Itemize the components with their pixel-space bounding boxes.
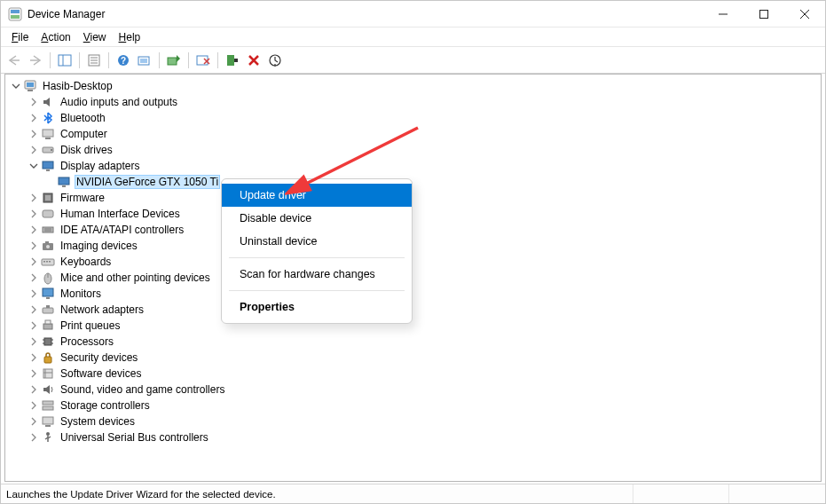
tree-item-processors[interactable]: Processors: [5, 334, 821, 350]
tree-item-monitors[interactable]: Monitors: [5, 286, 821, 302]
tree-item-label: NVIDIA GeForce GTX 1050 Ti: [75, 175, 220, 189]
tree-item-label: Print queues: [59, 319, 122, 333]
expand-icon[interactable]: [11, 81, 21, 91]
tree-item-audio[interactable]: Audio inputs and outputs: [5, 94, 821, 110]
sound-icon: [41, 382, 55, 397]
expand-icon[interactable]: [28, 209, 39, 219]
expand-icon[interactable]: [28, 129, 39, 139]
tree-item-security[interactable]: Security devices: [5, 350, 821, 366]
tree-item-ide[interactable]: IDE ATA/ATAPI controllers: [5, 222, 821, 238]
back-button: [4, 51, 24, 70]
tree-root[interactable]: Hasib-Desktop: [5, 78, 821, 94]
svg-rect-33: [59, 177, 69, 185]
tree-item-firmware[interactable]: Firmware: [5, 190, 821, 206]
tree-item-sound[interactable]: Sound, video and game controllers: [5, 382, 821, 398]
scan-hardware-button[interactable]: [135, 51, 154, 70]
expand-icon[interactable]: [28, 416, 39, 427]
uninstall-button-3[interactable]: [265, 51, 285, 70]
audio-icon: [41, 95, 55, 109]
expand-icon[interactable]: [28, 272, 39, 283]
menu-help[interactable]: Help: [114, 29, 146, 45]
svg-rect-52: [43, 308, 53, 313]
processor-icon: [41, 335, 55, 349]
tree-item-mice[interactable]: Mice and other pointing devices: [5, 270, 821, 286]
expand-icon[interactable]: [28, 224, 39, 235]
menu-action[interactable]: Action: [35, 29, 75, 45]
tree-item-imaging[interactable]: Imaging devices: [5, 238, 821, 254]
expand-icon[interactable]: [28, 304, 39, 315]
expand-icon[interactable]: [28, 256, 39, 267]
minimize-button[interactable]: [703, 1, 743, 28]
uninstall-button-1[interactable]: [223, 51, 242, 70]
tree-item-nvidia[interactable]: NVIDIA GeForce GTX 1050 Ti: [5, 174, 821, 190]
tree-item-disk[interactable]: Disk drives: [5, 142, 821, 158]
properties-button[interactable]: [84, 51, 104, 70]
ctx-uninstall-device[interactable]: Uninstall device: [222, 230, 412, 253]
tree-item-network[interactable]: Network adapters: [5, 302, 821, 318]
tree-item-label: Keyboards: [59, 255, 113, 269]
expand-icon[interactable]: [28, 193, 39, 203]
computer2-icon: [41, 127, 55, 141]
expand-icon[interactable]: [28, 432, 39, 443]
tree-item-storage[interactable]: Storage controllers: [5, 398, 821, 413]
maximize-button[interactable]: [743, 1, 784, 28]
expand-icon[interactable]: [28, 384, 39, 395]
ctx-disable-device[interactable]: Disable device: [222, 207, 412, 230]
expand-icon[interactable]: [28, 97, 39, 107]
tree-item-bluetooth[interactable]: Bluetooth: [5, 110, 821, 126]
tree-item-label: Universal Serial Bus controllers: [59, 430, 210, 445]
storage-icon: [41, 398, 55, 413]
firmware-icon: [41, 191, 55, 205]
menu-view[interactable]: View: [78, 29, 112, 45]
help-button[interactable]: ?: [114, 51, 133, 70]
close-button[interactable]: [784, 1, 825, 28]
expand-icon[interactable]: [28, 400, 39, 411]
svg-rect-63: [43, 401, 53, 405]
network-icon: [41, 303, 55, 317]
svg-point-30: [51, 149, 52, 151]
tree-item-label: Imaging devices: [59, 239, 139, 253]
tree-item-hid[interactable]: Human Interface Devices: [5, 206, 821, 222]
tree-item-software[interactable]: Software devices: [5, 366, 821, 382]
svg-rect-47: [49, 261, 51, 263]
uninstall-button-2[interactable]: [244, 51, 264, 70]
menu-file[interactable]: File: [6, 29, 34, 45]
ctx-properties[interactable]: Properties: [222, 295, 412, 319]
expand-icon[interactable]: [28, 336, 39, 347]
disable-device-button[interactable]: [193, 51, 213, 70]
tree-item-label: Network adapters: [59, 303, 146, 317]
expand-icon[interactable]: [28, 320, 39, 331]
show-hide-tree-button[interactable]: [55, 51, 75, 70]
tree-item-keyboards[interactable]: Keyboards: [5, 254, 821, 270]
ctx-scan-hardware[interactable]: Scan for hardware changes: [222, 263, 412, 286]
ctx-update-driver[interactable]: Update driver: [222, 184, 412, 207]
ctx-separator: [229, 257, 405, 258]
disk-icon: [41, 143, 55, 157]
expand-icon[interactable]: [28, 240, 39, 251]
status-cell-2: [633, 484, 729, 503]
tree-item-display[interactable]: Display adapters: [5, 158, 821, 174]
mouse-icon: [41, 271, 55, 285]
svg-rect-18: [140, 59, 147, 63]
expand-icon[interactable]: [28, 352, 39, 363]
expand-icon[interactable]: [28, 145, 39, 155]
expand-icon[interactable]: [28, 113, 39, 123]
window-buttons: [703, 1, 825, 28]
expand-icon[interactable]: [28, 161, 39, 171]
expand-icon[interactable]: [28, 368, 39, 379]
hid-icon: [41, 207, 55, 221]
svg-point-67: [46, 432, 50, 436]
update-driver-button[interactable]: [164, 51, 184, 70]
window-title: Device Manager: [28, 8, 105, 20]
tree-item-usb[interactable]: Universal Serial Bus controllers: [5, 429, 821, 445]
tree-item-system[interactable]: System devices: [5, 413, 821, 429]
display-icon: [57, 175, 71, 189]
svg-rect-21: [227, 55, 234, 66]
forward-button: [26, 51, 45, 70]
app-icon: [8, 7, 22, 21]
svg-point-42: [46, 245, 50, 248]
tree-item-computer[interactable]: Computer: [5, 126, 821, 142]
tree-item-printqueues[interactable]: Print queues: [5, 318, 821, 334]
expand-icon[interactable]: [28, 288, 39, 299]
device-tree[interactable]: Hasib-Desktop Audio inputs and outputs B…: [4, 74, 822, 482]
